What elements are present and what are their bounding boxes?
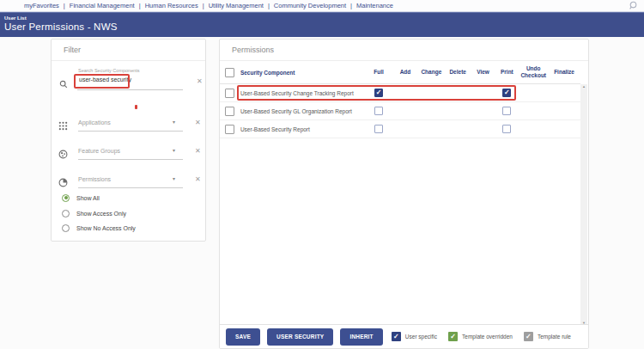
red-marker [135, 105, 137, 109]
radio-show-access-only[interactable]: Show Access Only [62, 208, 126, 218]
chevron-down-icon[interactable]: ▾ [173, 119, 175, 125]
legend-label: Template overridden [462, 334, 513, 340]
search-underline [77, 89, 183, 90]
column-header-undo-checkout: Undo Checkout [519, 65, 548, 79]
legend-user-specific: ✓ User specific [392, 332, 437, 341]
menu-item-community-development[interactable]: Community Development [274, 2, 346, 9]
applications-dropdown-label: Applications [78, 119, 111, 126]
row-checkbox[interactable] [225, 89, 234, 98]
permissions-clear-icon[interactable]: ✕ [195, 176, 201, 183]
print-checkbox-checked[interactable]: ✓ [502, 89, 511, 97]
print-checkbox[interactable] [502, 125, 511, 133]
menu-separator: | [139, 2, 141, 9]
menu-separator: | [64, 2, 65, 9]
user-security-button[interactable]: USER SECURITY [267, 328, 333, 346]
template-rule-check-icon: ✓ [524, 332, 533, 341]
table-header-row: Security Component Full Add Change Delet… [220, 61, 580, 84]
dropdown-underline [78, 187, 183, 188]
permissions-footer: SAVE USER SECURITY INHERIT ✓ User specif… [220, 324, 588, 348]
radio-button[interactable] [62, 224, 70, 232]
filter-panel: Filter Search Security Components ✕ Appl… [51, 39, 206, 242]
search-input[interactable] [79, 77, 165, 83]
permissions-dropdown-label: Permissions [78, 176, 111, 182]
radio-button-selected[interactable] [62, 194, 70, 202]
legend-label: User specific [405, 334, 437, 340]
breadcrumb[interactable]: User List [4, 13, 644, 21]
user-specific-check-icon: ✓ [392, 332, 401, 341]
menu-item-utility-management[interactable]: Utility Management [209, 2, 264, 9]
column-header-change: Change [418, 69, 445, 76]
full-checkbox[interactable] [374, 125, 383, 133]
column-header-delete: Delete [445, 69, 471, 76]
security-component-name: User-Based Security Report [240, 126, 365, 132]
chevron-down-icon[interactable]: ▾ [173, 175, 175, 181]
permissions-icon [58, 175, 68, 185]
page-title: User Permissions - NWS [4, 21, 644, 32]
security-component-name: User-Based Security Change Tracking Repo… [240, 90, 365, 96]
table-row: User-Based Security GL Organization Repo… [220, 102, 580, 120]
apps-grid-icon [58, 119, 68, 128]
magnifier-icon [59, 77, 68, 85]
chevron-down-icon[interactable]: ▾ [173, 147, 175, 153]
filter-heading: Filter [52, 40, 205, 61]
content-area: Filter Search Security Components ✕ Appl… [0, 37, 644, 349]
table-row: User-Based Security Report [220, 120, 580, 138]
dropdown-underline [78, 131, 183, 132]
permissions-heading: Permissions [220, 40, 588, 61]
dropdown-underline [78, 159, 183, 160]
applications-clear-icon[interactable]: ✕ [195, 119, 201, 126]
radio-show-all[interactable]: Show All [62, 193, 100, 203]
print-checkbox[interactable] [502, 107, 511, 115]
column-header-full: Full [365, 69, 392, 76]
save-button[interactable]: SAVE [226, 328, 260, 346]
radio-label: Show All [76, 195, 100, 201]
menu-item-financial-management[interactable]: Financial Management [70, 2, 135, 9]
table-row: User-Based Security Change Tracking Repo… [220, 84, 580, 102]
permissions-panel: Permissions Security Component Full Add … [219, 39, 589, 349]
radio-label: Show No Access Only [76, 225, 136, 231]
menu-item-maintenance[interactable]: Maintenance [356, 2, 393, 9]
legend-label: Template rule [538, 334, 571, 340]
top-menubar: myFavorites | Financial Management | Hum… [0, 0, 644, 12]
scroll-up-icon[interactable]: ▲ [582, 84, 586, 89]
checkbox-legend: ✓ User specific ✓ Template overridden ✓ … [392, 332, 571, 341]
feature-groups-icon [58, 147, 68, 156]
menu-item-human-resources[interactable]: Human Resources [145, 2, 198, 9]
legend-template-rule: ✓ Template rule [524, 332, 571, 341]
security-component-name: User-Based Security GL Organization Repo… [240, 108, 365, 114]
row-checkbox[interactable] [225, 107, 234, 116]
column-header-security-component: Security Component [240, 70, 365, 76]
menu-separator: | [203, 2, 204, 9]
row-checkbox[interactable] [225, 125, 234, 134]
permissions-table: Security Component Full Add Change Delet… [220, 61, 580, 138]
app-header: User List User Permissions - NWS [0, 12, 644, 37]
search-icon[interactable] [629, 1, 638, 10]
feature-groups-dropdown[interactable]: Feature Groups ▾ ✕ [52, 145, 205, 162]
radio-label: Show Access Only [76, 211, 126, 217]
vertical-scrollbar[interactable]: ▲ ▼ [580, 84, 587, 326]
legend-template-overridden: ✓ Template overridden [448, 332, 513, 341]
inherit-button[interactable]: INHERIT [340, 328, 382, 346]
search-field-label: Search Security Components [78, 68, 140, 73]
menu-item-myfavorites[interactable]: myFavorites [24, 2, 59, 9]
menu-separator: | [350, 2, 352, 9]
full-checkbox-checked[interactable]: ✓ [374, 89, 383, 97]
menu-separator: | [268, 2, 270, 9]
full-checkbox[interactable] [374, 107, 383, 115]
feature-groups-clear-icon[interactable]: ✕ [195, 148, 201, 155]
applications-dropdown[interactable]: Applications ▾ ✕ [52, 117, 205, 134]
permissions-dropdown[interactable]: Permissions ▾ ✕ [52, 174, 205, 191]
column-header-view: View [471, 69, 495, 76]
radio-button[interactable] [62, 210, 70, 217]
radio-show-no-access-only[interactable]: Show No Access Only [62, 223, 136, 233]
feature-groups-dropdown-label: Feature Groups [78, 148, 120, 154]
select-all-checkbox[interactable] [225, 68, 234, 77]
column-header-print: Print [495, 69, 519, 76]
column-header-add: Add [392, 69, 418, 76]
column-header-finalize: Finalize [548, 69, 580, 76]
template-overridden-check-icon: ✓ [448, 332, 458, 341]
search-clear-icon[interactable]: ✕ [197, 78, 203, 85]
